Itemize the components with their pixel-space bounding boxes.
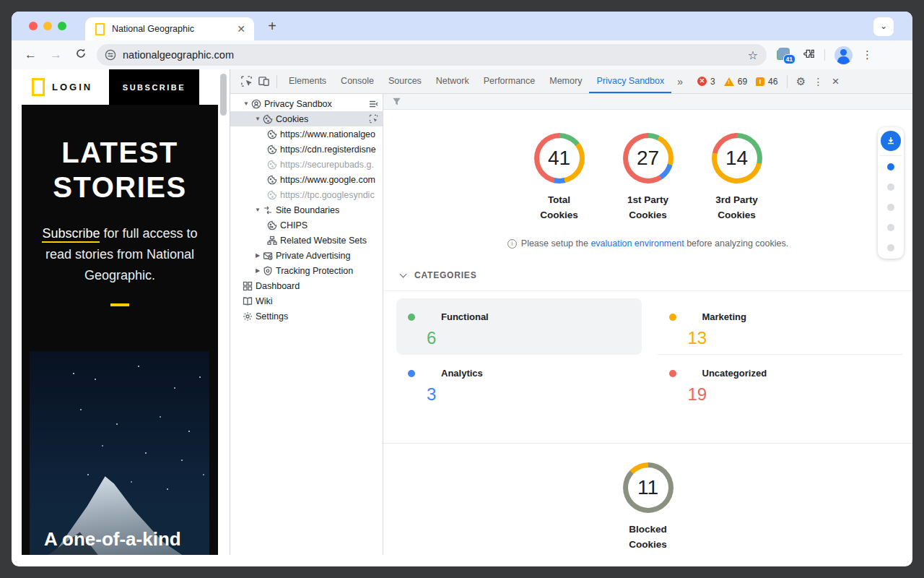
devtools-menu-icon[interactable]: ⋮ [809,73,827,90]
inspect-element-icon[interactable] [237,73,255,90]
tab-sources[interactable]: Sources [381,69,429,93]
issues-count[interactable]: 46 [768,77,777,87]
blocked-cookies-section: 11 Blocked Cookies [383,444,912,552]
new-tab-button[interactable]: + [263,17,282,35]
extensions-puzzle-icon[interactable] [802,47,815,63]
category-analytics[interactable]: Analytics 3 [396,355,642,443]
expand-arrow-icon[interactable]: ▼ [253,116,262,122]
more-tabs-icon[interactable]: » [671,76,689,87]
profile-avatar[interactable] [834,46,853,64]
bookmark-star-icon[interactable]: ☆ [748,48,758,62]
tab-console[interactable]: Console [334,69,381,93]
settings-gear-icon [242,311,253,322]
error-count[interactable]: 3 [710,77,715,87]
maximize-window-button[interactable] [58,22,66,30]
tab-privacy-sandbox[interactable]: Privacy Sandbox [589,69,671,93]
tree-chips[interactable]: CHIPS [230,217,383,233]
categories-header[interactable]: CATEGORIES [383,270,912,291]
forward-button[interactable]: → [50,48,62,62]
tree-url-googlesyndication[interactable]: https://tpc.googlesyndic [230,187,383,202]
evaluation-environment-link[interactable]: evaluation environment [590,238,684,249]
starry-sky [73,373,74,374]
section-dot-3[interactable] [887,204,894,211]
minimize-window-button[interactable] [43,22,52,30]
natgeo-logo[interactable] [32,78,45,96]
tree-url-registerdisney[interactable]: https://cdn.registerdisne [230,142,383,157]
browser-tab[interactable]: National Geographic ✕ [85,17,254,40]
reload-button[interactable] [75,48,87,63]
tree-url-nationalgeographic[interactable]: https://www.nationalgeo [230,126,383,142]
expand-arrow-icon[interactable]: ▼ [253,207,262,213]
category-functional[interactable]: Functional 6 [396,298,642,355]
login-link[interactable]: LOGIN [52,82,92,92]
expand-arrow-icon[interactable]: ▼ [242,100,250,107]
toolbar-divider [824,49,825,61]
filter-bar [383,94,912,110]
close-window-button[interactable] [29,22,38,30]
uncategorized-dot [669,370,676,377]
first-party-donut: 27 [623,133,674,184]
tab-performance[interactable]: Performance [476,69,543,93]
total-cookies-chart: 41 Total Cookies [515,133,603,223]
subscribe-text-link[interactable]: Subscribe [42,226,100,243]
element-picker-icon[interactable] [369,114,378,124]
tab-memory[interactable]: Memory [542,69,589,93]
url-text[interactable]: nationalgeographic.com [123,49,234,61]
section-dot-1[interactable] [887,163,894,171]
download-report-button[interactable] [881,131,901,151]
page-scrollbar-thumb[interactable] [220,74,227,116]
warning-count[interactable]: 69 [738,77,747,87]
content-area: LOGIN SUBSCRIBE LATEST STORIES Subscribe… [12,69,912,555]
tab-close-icon[interactable]: ✕ [237,23,245,35]
subscribe-button[interactable]: SUBSCRIBE [109,69,199,105]
story-card[interactable]: A one-of-a-kind journey into the Amazon [30,351,209,555]
cookie-extension-icon[interactable]: 41 [777,48,793,62]
back-button[interactable]: ← [25,48,37,62]
filter-funnel-icon[interactable] [392,97,401,106]
collapse-sidebar-icon[interactable] [368,99,378,109]
category-marketing[interactable]: Marketing 13 [658,298,903,355]
browser-window: National Geographic ✕ + ⌄ ← → nationalge… [12,12,912,566]
tab-search-chevron-icon[interactable]: ⌄ [873,17,894,36]
address-bar[interactable]: nationalgeographic.com ☆ [97,44,767,66]
private-advertising-icon [262,250,274,262]
natgeo-favicon-icon [95,23,105,35]
section-dot-5[interactable] [887,244,894,251]
privacy-sandbox-main: 41 Total Cookies 27 [383,94,912,555]
total-cookies-donut: 41 [534,133,585,184]
tree-tracking-protection[interactable]: ▶ Tracking Protection [230,263,383,278]
window-controls [29,22,66,30]
devtools-settings-icon[interactable]: ⚙ [792,73,809,90]
cookie-icon [266,189,278,201]
section-dot-4[interactable] [887,224,894,231]
info-icon: i [507,239,517,249]
privacy-sandbox-icon [250,98,262,110]
tree-related-website-sets[interactable]: Related Website Sets [230,233,383,248]
browser-menu-icon[interactable]: ⋮ [862,48,873,61]
tab-network[interactable]: Network [429,69,476,93]
site-settings-icon[interactable] [105,49,116,61]
tree-dashboard[interactable]: Dashboard [230,278,383,293]
category-uncategorized[interactable]: Uncategorized 19 [658,355,903,443]
section-dot-2[interactable] [887,184,894,191]
tree-cookies[interactable]: ▼ Cookies [230,111,383,126]
tree-url-securepubads[interactable]: https://securepubads.g. [230,157,383,172]
tree-privacy-sandbox[interactable]: ▼ Privacy Sandbox [230,96,383,111]
tree-url-google[interactable]: https://www.google.com [230,172,383,187]
tree-settings[interactable]: Settings [230,309,383,324]
third-party-donut: 14 [712,133,762,184]
tree-wiki[interactable]: Wiki [230,293,383,309]
tree-private-advertising[interactable]: ▶ Private Advertising [230,248,383,263]
extension-badge: 41 [783,54,796,64]
story-title[interactable]: A one-of-a-kind journey into the Amazon [44,523,202,555]
tab-elements[interactable]: Elements [282,69,334,93]
cookie-icon [266,129,278,140]
collapsed-arrow-icon[interactable]: ▶ [253,267,262,274]
console-badges: ✕ 3 69 ! 46 [697,77,783,87]
tree-site-boundaries[interactable]: ▼ Site Boundaries [230,202,383,217]
device-toolbar-icon[interactable] [255,73,272,90]
collapsed-arrow-icon[interactable]: ▶ [253,252,262,259]
cookie-icon [262,113,274,125]
devtools-close-icon[interactable]: × [827,73,844,90]
tab-strip: National Geographic ✕ + ⌄ [12,12,912,40]
